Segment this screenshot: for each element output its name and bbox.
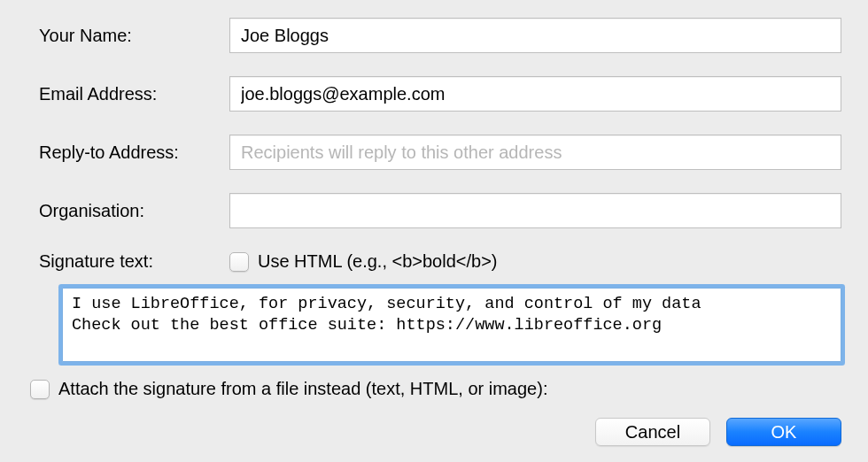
label-organisation: Organisation: xyxy=(39,201,229,221)
row-email: Email Address: xyxy=(39,76,841,112)
organisation-input[interactable] xyxy=(229,193,841,228)
signature-box-wrapper xyxy=(62,288,841,366)
use-html-checkbox[interactable] xyxy=(229,252,249,272)
attach-from-file-option[interactable]: Attach the signature from a file instead… xyxy=(30,379,868,399)
signature-textarea[interactable] xyxy=(62,288,841,362)
account-identity-dialog: Your Name: Email Address: Reply-to Addre… xyxy=(0,0,868,462)
dialog-buttons: Cancel OK xyxy=(595,418,841,446)
ok-button[interactable]: OK xyxy=(726,418,841,446)
attach-file-label: Attach the signature from a file instead… xyxy=(58,379,547,399)
reply-to-input[interactable] xyxy=(229,135,841,170)
use-html-label: Use HTML (e.g., <b>bold</b>) xyxy=(258,251,498,272)
label-signature: Signature text: xyxy=(39,251,229,272)
your-name-input[interactable] xyxy=(229,18,841,53)
email-address-input[interactable] xyxy=(229,76,841,112)
attach-file-checkbox[interactable] xyxy=(30,380,50,399)
label-email: Email Address: xyxy=(39,84,229,104)
row-organisation: Organisation: xyxy=(39,193,841,228)
label-your-name: Your Name: xyxy=(39,26,229,46)
row-name: Your Name: xyxy=(39,18,841,53)
cancel-button[interactable]: Cancel xyxy=(595,418,710,446)
label-reply-to: Reply-to Address: xyxy=(39,142,229,163)
use-html-option[interactable]: Use HTML (e.g., <b>bold</b>) xyxy=(229,251,498,272)
form-area: Your Name: Email Address: Reply-to Addre… xyxy=(0,0,868,288)
row-signature-label: Signature text: Use HTML (e.g., <b>bold<… xyxy=(39,251,841,272)
row-reply-to: Reply-to Address: xyxy=(39,135,841,170)
